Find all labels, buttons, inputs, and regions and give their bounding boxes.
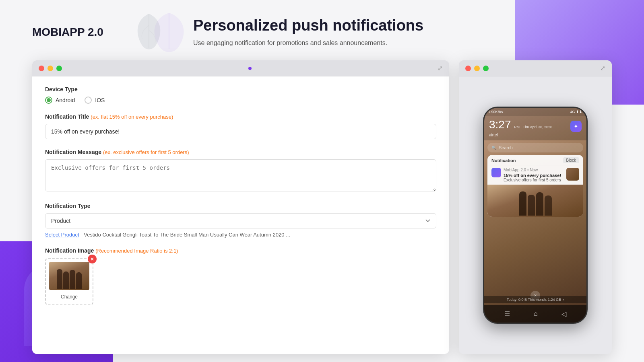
notification-title-label-text: Notification Title xyxy=(45,113,89,120)
android-label: Android xyxy=(56,97,75,103)
form-window: ⤢ Device Type Android IOS xyxy=(32,60,449,354)
header-title: Personalized push notifications xyxy=(193,16,612,35)
device-type-label: Device Type xyxy=(45,86,436,93)
notification-app-content: MobiApp 2.0 • Now 15% off on every purch… xyxy=(504,168,564,182)
notification-title-label: Notification Title (ex. flat 15% off on … xyxy=(45,113,436,120)
notification-app-name: MobiApp 2.0 • Now xyxy=(504,168,564,172)
ios-label: IOS xyxy=(95,97,105,103)
form-window-titlebar: ⤢ xyxy=(32,60,449,76)
notification-app-row: MobiApp 2.0 • Now 15% off on every purch… xyxy=(487,165,583,185)
phone-screen: 1.90KB/s 4G ⬆⬇ 3:27 PM Thu April 30, 202… xyxy=(484,108,586,323)
notification-image-section: Notification Image (Recommended Image Ra… xyxy=(45,247,436,305)
phone-carrier-text: airtel xyxy=(489,133,498,137)
notification-label: Notification xyxy=(491,158,516,163)
select-product-link[interactable]: Select Product xyxy=(45,232,79,238)
phone-data-bar-chevron: › xyxy=(563,298,564,302)
phone-app-icon: ✦ xyxy=(570,121,582,132)
notification-type-label: Notification Type xyxy=(45,203,436,209)
phone-data-bar: Today: 0.0 B This month: 1.24 GB › xyxy=(484,296,586,303)
preview-maximize-button[interactable] xyxy=(483,66,489,71)
titlebar-dot xyxy=(62,67,438,70)
notification-message-body: Exclusive offers for first 5 orders xyxy=(504,178,564,182)
phone-top-section: 3:27 PM Thu April 30, 2020 ✦ airtel xyxy=(484,116,586,140)
silhouette-4 xyxy=(76,272,82,289)
form-window-content: Device Type Android IOS xyxy=(32,76,449,354)
phone-nav-menu-icon[interactable]: ☰ xyxy=(504,310,510,318)
image-remove-button[interactable]: × xyxy=(88,255,97,263)
phone-search-bar[interactable]: 🔍 Search xyxy=(487,143,583,152)
notification-image-hint: (Recommended Image Ratio is 2:1) xyxy=(95,248,178,254)
phone-status-bar: 1.90KB/s 4G ⬆⬇ xyxy=(484,108,586,116)
android-radio-inner xyxy=(47,98,51,102)
notification-image-label: Notification Image (Recommended Image Ra… xyxy=(45,247,436,254)
phone-search-text: Search xyxy=(499,145,513,150)
selected-product-name: Vestido Cocktail Gengli Toast To The Bri… xyxy=(84,232,290,238)
preview-close-button[interactable] xyxy=(465,66,471,71)
preview-window: ⤢ 1.90KB/s 4G ⬆⬇ 3:27 xyxy=(459,60,612,354)
phone-time-suffix: PM xyxy=(514,125,520,129)
image-preview-inner xyxy=(49,262,89,290)
notif-img-figure-3 xyxy=(536,192,543,216)
notification-block-button[interactable]: Block xyxy=(563,157,579,163)
notification-message-title: 15% off on every purchase! xyxy=(504,173,564,178)
phone-bottom-nav: ☰ ⌂ ◁ xyxy=(484,305,586,323)
ios-radio-option[interactable]: IOS xyxy=(85,97,105,104)
notification-type-section: Notification Type Product Category Custo… xyxy=(45,203,436,238)
android-radio-option[interactable]: Android xyxy=(45,97,75,104)
preview-window-content: 1.90KB/s 4G ⬆⬇ 3:27 PM Thu April 30, 202… xyxy=(459,76,612,354)
image-preview xyxy=(49,262,89,290)
header-subtitle: Use engaging notification for promotions… xyxy=(193,38,612,48)
notification-message-section: Notification Message (ex. exclusive offe… xyxy=(45,149,436,193)
device-type-radio-group: Android IOS xyxy=(45,97,436,104)
minimize-button[interactable] xyxy=(47,66,53,71)
notification-image-preview xyxy=(487,185,583,217)
notification-type-select[interactable]: Product Category Custom URL xyxy=(45,213,436,228)
phone-nav-back-icon[interactable]: ◁ xyxy=(561,310,566,318)
notification-message-hint: (ex. exclusive offers for first 5 orders… xyxy=(103,149,189,155)
header-text-block: Personalized push notifications Use enga… xyxy=(193,16,612,48)
preview-window-titlebar: ⤢ xyxy=(459,60,612,76)
silhouette-3 xyxy=(70,270,75,289)
close-button[interactable] xyxy=(39,66,44,71)
notification-message-label-text: Notification Message xyxy=(45,149,101,155)
phone-carrier-row: airtel xyxy=(489,133,582,137)
phone-app-icon-symbol: ✦ xyxy=(574,123,578,130)
notification-title-hint: (ex. flat 15% off on every purchase) xyxy=(91,114,173,120)
notification-message-label: Notification Message (ex. exclusive offe… xyxy=(45,149,436,155)
silhouette-1 xyxy=(57,269,62,289)
phone-search-icon: 🔍 xyxy=(491,146,496,150)
preview-minimize-button[interactable] xyxy=(474,66,480,71)
preview-traffic-lights xyxy=(465,66,489,71)
product-link-row: Select Product Vestido Cocktail Gengli T… xyxy=(45,232,436,238)
active-dot xyxy=(248,67,252,70)
ios-radio-button[interactable] xyxy=(85,97,92,104)
maximize-button[interactable] xyxy=(56,66,62,71)
preview-expand-icon[interactable]: ⤢ xyxy=(600,64,605,72)
notif-img-figure-2 xyxy=(528,195,535,216)
app-logo: MOBIAPP 2.0 xyxy=(32,26,113,39)
notification-message-textarea[interactable] xyxy=(45,159,436,191)
phone-data-speed: 1.90KB/s xyxy=(488,110,503,114)
phone-data-bar-text: Today: 0.0 B This month: 1.24 GB xyxy=(507,298,561,302)
header-leaf-decoration xyxy=(129,12,169,52)
android-radio-button[interactable] xyxy=(45,97,52,104)
image-upload-area[interactable]: × Change xyxy=(45,258,93,305)
device-type-section: Device Type Android IOS xyxy=(45,86,436,104)
traffic-lights xyxy=(39,66,62,71)
expand-icon[interactable]: ⤢ xyxy=(438,64,443,72)
silhouette-group xyxy=(57,269,82,290)
phone-time: 3:27 xyxy=(489,119,511,130)
notification-app-icon xyxy=(491,168,501,177)
phone-mockup: 1.90KB/s 4G ⬆⬇ 3:27 PM Thu April 30, 202… xyxy=(483,107,588,324)
header: MOBIAPP 2.0 Personalized push notificati… xyxy=(0,0,644,64)
image-change-label[interactable]: Change xyxy=(49,292,89,301)
notification-title-section: Notification Title (ex. flat 15% off on … xyxy=(45,113,436,139)
notification-thumbnail xyxy=(566,168,579,181)
notification-card-header: Notification Block xyxy=(487,155,583,165)
notification-title-input[interactable] xyxy=(45,124,436,139)
phone-date: Thu April 30, 2020 xyxy=(523,125,552,129)
notification-card: Notification Block MobiApp 2.0 • Now 15%… xyxy=(487,155,583,217)
phone-nav-home-icon[interactable]: ⌂ xyxy=(534,310,538,317)
phone-signal-status: 4G ⬆⬇ xyxy=(570,110,582,114)
main-content-area: ⤢ Device Type Android IOS xyxy=(32,60,612,354)
